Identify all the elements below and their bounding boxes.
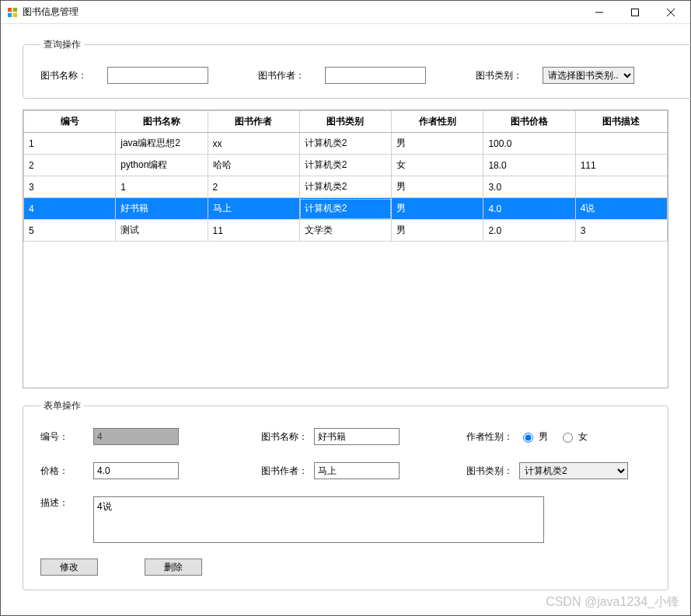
table-cell[interactable]: 3	[575, 220, 667, 242]
form-gender-label: 作者性别：	[466, 430, 513, 444]
table-cell[interactable]: 5	[24, 220, 116, 242]
table-cell[interactable]: 2.0	[483, 220, 575, 242]
title-bar: 图书信息管理	[1, 1, 690, 24]
table-cell[interactable]: 计算机类2	[299, 133, 391, 155]
form-group: 表单操作 编号： 图书名称： 作者性别： 男 女 价格： 图书作者：	[23, 399, 668, 590]
table-cell[interactable]: 18.0	[483, 155, 575, 176]
table-row[interactable]: 312计算机类2男3.0	[24, 176, 668, 198]
svg-rect-3	[13, 12, 17, 16]
search-name-input[interactable]	[107, 67, 208, 84]
app-icon	[7, 7, 18, 18]
table-row[interactable]: 4好书籍马上计算机类2男4.04说	[24, 198, 668, 220]
search-author-input[interactable]	[325, 67, 426, 84]
table-cell[interactable]: python编程	[116, 155, 208, 176]
form-author-input[interactable]	[314, 462, 400, 479]
column-header[interactable]: 图书名称	[116, 111, 208, 133]
table-cell[interactable]: 计算机类2	[299, 155, 391, 176]
client-area: 查询操作 图书名称： 图书作者： 图书类别： 请选择图书类别.. 搜索 编号图书…	[1, 24, 690, 615]
form-id-input	[93, 428, 179, 445]
table-cell[interactable]: 男	[392, 220, 483, 242]
delete-button[interactable]: 删除	[145, 559, 202, 576]
search-name-label: 图书名称：	[40, 69, 90, 82]
table-cell[interactable]: 好书籍	[116, 198, 208, 220]
books-table[interactable]: 编号图书名称图书作者图书类别作者性别图书价格图书描述 1java编程思想2xx计…	[23, 110, 668, 242]
table-cell[interactable]: 3.0	[483, 176, 575, 198]
table-cell[interactable]: 1	[116, 176, 208, 198]
table-cell[interactable]: 111	[575, 155, 667, 176]
svg-rect-5	[632, 9, 639, 16]
table-cell[interactable]: 计算机类2	[299, 198, 391, 220]
column-header[interactable]: 图书价格	[483, 111, 575, 133]
table-cell[interactable]: java编程思想2	[116, 133, 208, 155]
form-desc-textarea[interactable]	[93, 496, 544, 543]
search-legend: 查询操作	[40, 38, 84, 51]
table-cell[interactable]: 测试	[116, 220, 208, 242]
form-price-input[interactable]	[93, 462, 179, 479]
table-row[interactable]: 2python编程哈哈计算机类2女18.0111	[24, 155, 668, 176]
radio-male[interactable]: 男	[519, 430, 548, 444]
window-title: 图书信息管理	[23, 5, 79, 19]
form-price-label: 价格：	[40, 465, 87, 478]
search-author-label: 图书作者：	[258, 69, 308, 82]
table-cell[interactable]: 4.0	[483, 198, 575, 220]
form-desc-label: 描述：	[40, 496, 87, 510]
table-cell[interactable]: 男	[392, 133, 483, 155]
table-cell[interactable]: 男	[392, 198, 483, 220]
form-name-input[interactable]	[314, 428, 400, 445]
edit-button[interactable]: 修改	[40, 559, 98, 576]
table-cell[interactable]: 计算机类2	[299, 176, 391, 198]
table-cell[interactable]: 4说	[575, 198, 667, 220]
form-name-label: 图书名称：	[261, 430, 308, 444]
table-cell[interactable]: 1	[24, 133, 116, 155]
books-table-container: 编号图书名称图书作者图书类别作者性别图书价格图书描述 1java编程思想2xx计…	[23, 110, 668, 388]
search-group: 查询操作 图书名称： 图书作者： 图书类别： 请选择图书类别.. 搜索	[23, 38, 691, 99]
form-category-select[interactable]: 计算机类2文学类	[519, 462, 628, 479]
close-button[interactable]	[653, 2, 689, 23]
svg-rect-0	[8, 8, 12, 12]
form-author-label: 图书作者：	[261, 465, 308, 478]
table-cell[interactable]: 100.0	[483, 133, 575, 155]
search-category-select[interactable]: 请选择图书类别..	[543, 67, 634, 84]
table-cell[interactable]: 文学类	[299, 220, 391, 242]
table-cell[interactable]: 哈哈	[208, 155, 299, 176]
table-row[interactable]: 5测试11文学类男2.03	[24, 220, 668, 242]
table-cell[interactable]: 3	[24, 176, 116, 198]
form-legend: 表单操作	[40, 399, 84, 412]
table-row[interactable]: 1java编程思想2xx计算机类2男100.0	[24, 133, 668, 155]
radio-female[interactable]: 女	[559, 430, 588, 444]
svg-rect-1	[13, 8, 17, 12]
app-window: 图书信息管理 查询操作 图书名称： 图书作者： 图书类别： 请选择图	[0, 0, 691, 616]
minimize-button[interactable]	[581, 2, 617, 23]
table-cell[interactable]: 女	[392, 155, 483, 176]
maximize-button[interactable]	[617, 2, 653, 23]
column-header[interactable]: 编号	[24, 111, 116, 133]
column-header[interactable]: 图书描述	[575, 111, 667, 133]
table-cell[interactable]	[575, 133, 667, 155]
svg-rect-2	[8, 12, 12, 16]
table-cell[interactable]: 11	[208, 220, 299, 242]
form-category-label: 图书类别：	[466, 465, 513, 478]
column-header[interactable]: 图书作者	[208, 111, 299, 133]
table-cell[interactable]: 2	[208, 176, 299, 198]
table-cell[interactable]: 马上	[208, 198, 299, 220]
column-header[interactable]: 图书类别	[299, 111, 391, 133]
search-category-label: 图书类别：	[476, 69, 525, 82]
table-cell[interactable]: xx	[208, 133, 299, 155]
column-header[interactable]: 作者性别	[392, 111, 483, 133]
table-cell[interactable]: 2	[24, 155, 116, 176]
form-id-label: 编号：	[40, 430, 87, 444]
table-cell[interactable]: 4	[24, 198, 116, 220]
table-cell[interactable]	[575, 176, 667, 198]
form-gender-radios: 男 女	[519, 430, 644, 444]
table-cell[interactable]: 男	[392, 176, 483, 198]
